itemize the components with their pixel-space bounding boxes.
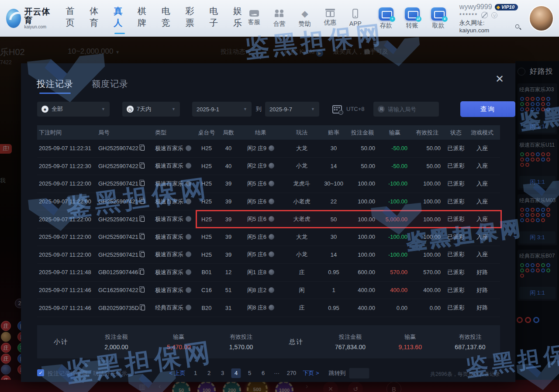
tab-bet-records[interactable]: 投注记录 xyxy=(37,78,73,94)
copy-icon[interactable] xyxy=(141,234,145,239)
table-row: 2025-09-07 11:21:48GB0125907446极速百家乐B011… xyxy=(37,264,500,282)
quick-link-APP[interactable]: APP xyxy=(347,9,364,28)
page-3[interactable]: 3 xyxy=(218,368,228,378)
page: 乐H02 10~2,000,000 ▼ 投注动态 ▼ 荷官: Kyoki ▶ 最… xyxy=(0,0,559,392)
type-info-icon[interactable] xyxy=(186,269,191,275)
next-page-button[interactable]: 下页 > xyxy=(301,368,320,378)
result-detail-icon[interactable] xyxy=(269,287,274,293)
quick-link-优惠[interactable]: 优惠 xyxy=(321,9,339,28)
timezone-calendar-icon xyxy=(332,105,342,113)
result-detail-icon[interactable] xyxy=(269,216,274,222)
wallet-link-转账[interactable]: ⇄转账 xyxy=(403,7,422,30)
type-info-icon[interactable] xyxy=(186,163,191,168)
menu-item-1[interactable]: 首页 xyxy=(66,5,78,31)
coin-icon[interactable]: V xyxy=(491,12,497,18)
table-row: 2025-09-07 11:22:00GH2525907421极速百家乐H253… xyxy=(37,210,500,228)
type-info-icon[interactable] xyxy=(186,216,191,222)
menu-item-4[interactable]: 棋牌 xyxy=(138,5,150,31)
copy-icon[interactable] xyxy=(141,306,145,310)
type-info-icon[interactable] xyxy=(186,199,191,204)
prev-page-button[interactable]: < 上页 xyxy=(168,368,186,378)
logo-subtitle: kaiyun.com xyxy=(24,25,51,30)
copy-icon[interactable] xyxy=(141,181,145,186)
subtotal-label: 小计 xyxy=(37,338,85,346)
records-info: 共2696条，每页显示10条记录 xyxy=(430,371,500,378)
result-detail-icon[interactable] xyxy=(269,234,274,240)
page-1[interactable]: 1 xyxy=(191,368,200,378)
menu-item-8[interactable]: 娱乐 xyxy=(233,5,245,31)
col-header: 输赢 xyxy=(379,129,411,137)
subtotal-box: 小计 投注金额2,000.00 输赢5,470.00 有效投注1,570.00 xyxy=(37,325,272,358)
vip-badge: ◆VIP10 xyxy=(495,4,518,10)
copy-icon[interactable] xyxy=(141,252,145,257)
quick-links: 客服合营◆赞助优惠APP xyxy=(245,9,364,28)
split-display-checkbox[interactable]: ✓ xyxy=(37,369,44,376)
type-info-icon[interactable] xyxy=(186,234,191,240)
copy-icon[interactable] xyxy=(140,270,144,275)
jump-page-input[interactable] xyxy=(349,368,369,378)
col-header: 类型 xyxy=(155,129,195,137)
page-2[interactable]: 2 xyxy=(204,368,214,378)
menu-item-7[interactable]: 电子 xyxy=(209,5,221,31)
gift-icon xyxy=(326,11,335,17)
round-search-input[interactable] xyxy=(388,106,435,113)
quick-link-赞助[interactable]: ◆赞助 xyxy=(296,9,314,28)
category-dropdown[interactable]: ♠ 全部▼ xyxy=(37,102,110,117)
type-info-icon[interactable] xyxy=(186,181,191,186)
copy-icon[interactable] xyxy=(141,146,145,151)
quick-link-客服[interactable]: 客服 xyxy=(245,9,263,28)
table-row: 2025-09-07 11:22:30GH2525907422极速百家乐H254… xyxy=(37,158,500,175)
date-from-picker[interactable]: 2025-9-1▼ xyxy=(192,102,252,117)
total-amount: 767,834.00 xyxy=(320,344,380,351)
logo-title: 开云体育 xyxy=(24,7,51,25)
page-4[interactable]: 4 xyxy=(231,368,241,378)
result-detail-icon[interactable] xyxy=(269,163,274,168)
type-info-icon[interactable] xyxy=(186,251,191,257)
result-detail-icon[interactable] xyxy=(269,269,274,275)
table-row: 2025-09-07 11:21:46GB202590735D经典百家乐B203… xyxy=(37,299,500,317)
col-header: 投注金额 xyxy=(346,129,379,137)
tab-quota-records[interactable]: 额度记录 xyxy=(92,78,128,94)
page-270[interactable]: 270 xyxy=(286,368,298,378)
result-detail-icon[interactable] xyxy=(269,181,274,186)
col-header: 结果 xyxy=(239,129,283,137)
eye-off-icon[interactable] xyxy=(481,12,488,18)
date-to-picker[interactable]: 2025-9-7▼ xyxy=(265,102,319,117)
page-5[interactable]: 5 xyxy=(245,368,255,378)
table-row: 2025-09-07 11:22:00GH2525907421极速百家乐H253… xyxy=(37,246,500,264)
result-detail-icon[interactable] xyxy=(269,251,274,257)
subtotal-amount: 2,000.00 xyxy=(85,344,148,351)
menu-item-3[interactable]: 真人 xyxy=(114,5,126,31)
copy-icon[interactable] xyxy=(141,164,145,168)
menu-item-5[interactable]: 电竞 xyxy=(162,5,174,31)
close-icon[interactable]: ✕ xyxy=(495,74,504,84)
result-detail-icon[interactable] xyxy=(269,145,274,151)
username: wywy9999 xyxy=(459,3,492,11)
menu-item-2[interactable]: 体育 xyxy=(90,5,102,31)
copy-icon[interactable] xyxy=(141,288,145,292)
query-button[interactable]: 查询 xyxy=(460,101,515,117)
menu-item-6[interactable]: 彩票 xyxy=(185,5,197,31)
checkbox-label: 投注记录按照局、玩法分开展示 xyxy=(48,370,127,378)
type-info-icon[interactable] xyxy=(186,305,191,310)
wallet-link-存款[interactable]: +存款 xyxy=(376,7,396,30)
copy-icon[interactable] xyxy=(141,199,145,204)
bet-records-table: 下注时间局号类型桌台号局数结果玩法赔率投注金额输赢有效投注状态游戏模式 2025… xyxy=(37,125,500,317)
filter-row: ♠ 全部▼ ◷ 7天内▼ 2025-9-1▼ 到 2025-9-7▼ UTC+8… xyxy=(37,102,520,117)
quick-link-合营[interactable]: 合营 xyxy=(271,9,288,28)
col-header: 游戏模式 xyxy=(469,129,496,137)
period-dropdown[interactable]: ◷ 7天内▼ xyxy=(122,102,180,117)
type-info-icon[interactable] xyxy=(186,145,191,151)
site-logo[interactable]: 开云体育 kaiyun.com xyxy=(6,7,51,29)
user-info: wywy9999 ◆VIP10 ****** V 永久网址: kaiyun.co… xyxy=(459,3,519,34)
avatar[interactable] xyxy=(530,6,553,31)
type-info-icon[interactable] xyxy=(186,287,191,293)
wallet-link-取款[interactable]: ¥取款 xyxy=(429,7,448,30)
page-6[interactable]: 6 xyxy=(259,368,268,378)
result-detail-icon[interactable] xyxy=(269,199,274,204)
search-icon[interactable] xyxy=(515,24,519,28)
result-detail-icon[interactable] xyxy=(269,305,274,310)
copy-icon[interactable] xyxy=(141,217,145,222)
col-header: 局号 xyxy=(98,129,155,137)
col-header: 赔率 xyxy=(321,129,346,137)
